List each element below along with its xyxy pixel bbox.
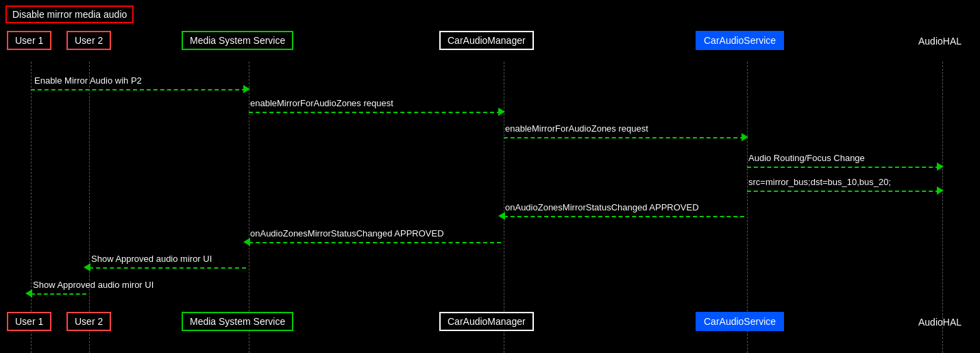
actor-user1-top: User 1 — [7, 31, 51, 50]
actor-user1-bottom: User 1 — [7, 312, 51, 331]
actor-cam-top: CarAudioManager — [439, 31, 534, 50]
msg5-label: onAudioZonesMirrorStatusChanged APPROVED — [505, 202, 699, 212]
msg4b-label: src=mirror_bus;dst=bus_10,bus_20; — [748, 177, 891, 187]
actor-hal-bottom: AudioHAL — [918, 317, 961, 328]
lifeline-user1 — [31, 62, 32, 353]
title-text: Disable mirror media audio — [12, 9, 127, 20]
msg1-line — [31, 89, 246, 90]
msg2-arrow — [498, 108, 505, 116]
lifeline-hal — [942, 62, 943, 353]
msg4b-line — [747, 191, 940, 192]
msg8-label: Show Approved audio miror UI — [33, 280, 154, 290]
msg8-line — [31, 293, 86, 295]
msg7-line — [89, 267, 246, 269]
actor-mss-top: Media System Service — [182, 31, 293, 50]
actor-hal-top: AudioHAL — [918, 36, 961, 47]
msg5-arrow — [498, 212, 505, 220]
msg4-label: Audio Routing/Focus Change — [748, 153, 865, 163]
msg4-arrow — [937, 162, 944, 171]
msg2-label: enableMirrorForAudioZones request — [250, 98, 393, 108]
msg3-label: enableMirrorForAudioZones request — [505, 123, 648, 134]
actor-cam-bottom: CarAudioManager — [439, 312, 534, 331]
lifeline-cam — [504, 62, 504, 353]
msg8-arrow — [25, 289, 32, 297]
msg2-line — [249, 112, 501, 113]
actor-cas-bottom: CarAudioService — [696, 312, 784, 331]
msg3-line — [504, 137, 744, 138]
msg7-label: Show Approved audio miror UI — [91, 254, 212, 264]
actor-user2-top: User 2 — [66, 31, 111, 50]
msg6-label: onAudioZonesMirrorStatusChanged APPROVED — [250, 228, 444, 239]
msg1-arrow — [243, 85, 250, 93]
diagram-container: Disable mirror media audio User 1 User 2… — [0, 0, 980, 353]
msg4-line — [747, 167, 940, 168]
msg6-arrow — [243, 238, 250, 246]
msg3-arrow — [742, 133, 748, 141]
msg5-line — [504, 216, 744, 217]
msg6-line — [249, 242, 501, 243]
actor-user2-bottom: User 2 — [66, 312, 111, 331]
lifeline-cas — [747, 62, 748, 353]
actor-cas-top: CarAudioService — [696, 31, 784, 50]
actor-mss-bottom: Media System Service — [182, 312, 293, 331]
msg1-label: Enable Mirror Audio wih P2 — [34, 75, 142, 86]
lifeline-mss — [249, 62, 249, 353]
msg7-arrow — [84, 263, 90, 271]
lifeline-user2 — [89, 62, 90, 353]
title-box: Disable mirror media audio — [5, 5, 134, 23]
msg4b-arrow — [937, 186, 944, 195]
